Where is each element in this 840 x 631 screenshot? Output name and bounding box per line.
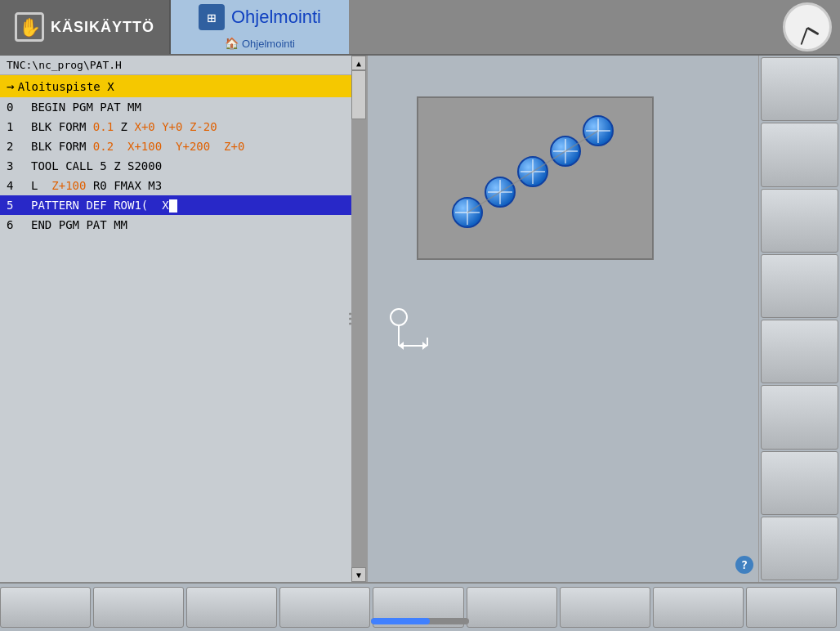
line-num-2: 2 (7, 140, 23, 153)
code-line-2: 2 BLK FORM 0.2 X+100 Y+200 Z+0 (0, 136, 366, 156)
right-panel: ? (368, 56, 840, 582)
clock (783, 2, 832, 51)
fn-key-6[interactable] (467, 587, 557, 628)
code-text-1: BLK FORM 0.1 Z X+0 Y+0 Z-20 (31, 120, 360, 133)
clock-area (775, 0, 840, 54)
fn-key-2[interactable] (93, 587, 184, 628)
progress-bar-fill (371, 618, 430, 624)
prompt-arrow: → (7, 78, 15, 94)
home-icon: 🏠 (225, 37, 239, 50)
code-area: 0 BEGIN PGM PAT MM 1 BLK FORM 0.1 Z X+0 … (0, 97, 366, 582)
fn-key-8[interactable] (653, 587, 744, 628)
code-text-6: END PGM PAT MM (31, 218, 360, 231)
sidebar-btn-6[interactable] (761, 385, 838, 449)
visualization-svg (418, 98, 655, 262)
mode-ohjelmointi[interactable]: ⊞ Ohjelmointi 🏠 Ohjelmointi (171, 0, 351, 54)
bottom-bar (0, 582, 840, 631)
code-line-0: 0 BEGIN PGM PAT MM (0, 97, 366, 117)
line-num-4: 4 (7, 179, 23, 192)
origin-svg (382, 289, 448, 354)
scroll-up-button[interactable]: ▲ (351, 56, 366, 70)
svg-line-15 (467, 131, 598, 213)
code-text-0: BEGIN PGM PAT MM (31, 101, 360, 114)
right-sidebar (758, 56, 840, 582)
manual-label: KÄSIKÄYTTÖ (51, 19, 154, 36)
fn-key-9[interactable] (746, 587, 837, 628)
fn-key-4[interactable] (279, 587, 370, 628)
clock-hour-hand (806, 27, 819, 36)
clock-minute-hand (801, 28, 808, 45)
canvas-area (417, 96, 654, 260)
code-text-5: PATTERN DEF ROW1( X (31, 199, 360, 213)
top-bar: ✋ KÄSIKÄYTTÖ ⊞ Ohjelmointi 🏠 Ohjelmointi (0, 0, 840, 56)
left-panel: TNC:\nc_prog\PAT.H → Aloituspiste X 0 BE… (0, 56, 368, 582)
code-line-3: 3 TOOL CALL 5 Z S2000 (0, 156, 366, 176)
code-line-6: 6 END PGM PAT MM (0, 215, 366, 235)
sidebar-btn-4[interactable] (761, 254, 838, 318)
code-line-4: 4 L Z+100 R0 FMAX M3 (0, 176, 366, 195)
scrollbar-thumb[interactable] (351, 70, 366, 119)
sidebar-btn-1[interactable] (761, 57, 838, 121)
scroll-down-button[interactable]: ▼ (351, 567, 366, 582)
ohjelmointi-sublabel: Ohjelmointi (242, 38, 295, 50)
mode-manual[interactable]: ✋ KÄSIKÄYTTÖ (0, 0, 171, 54)
line-num-5: 5 (7, 199, 23, 212)
code-text-2: BLK FORM 0.2 X+100 Y+200 Z+0 (31, 140, 360, 153)
line-num-6: 6 (7, 218, 23, 231)
sidebar-btn-3[interactable] (761, 189, 838, 253)
prompt-line: → Aloituspiste X (0, 75, 366, 97)
help-icon[interactable]: ? (735, 556, 753, 574)
svg-point-16 (391, 309, 407, 325)
ohjelmointi-icon: ⊞ (199, 4, 225, 30)
file-path: TNC:\nc_prog\PAT.H (0, 56, 366, 75)
manual-icon: ✋ (15, 12, 44, 42)
ohjelmointi-sub: 🏠 Ohjelmointi (225, 37, 295, 50)
code-text-4: L Z+100 R0 FMAX M3 (31, 179, 360, 192)
code-line-5: 5 PATTERN DEF ROW1( X (0, 195, 366, 215)
code-line-1: 1 BLK FORM 0.1 Z X+0 Y+0 Z-20 (0, 117, 366, 136)
line-num-3: 3 (7, 159, 23, 172)
scrollbar-track (351, 70, 366, 567)
scrollbar[interactable]: ▲ ▼ (351, 56, 366, 582)
ohjelmointi-label: Ohjelmointi (231, 7, 321, 28)
sidebar-btn-7[interactable] (761, 451, 838, 515)
line-num-1: 1 (7, 120, 23, 133)
progress-bar (371, 618, 469, 624)
fn-key-1[interactable] (0, 587, 91, 628)
prompt-text: Aloituspiste X (18, 80, 114, 93)
sidebar-btn-5[interactable] (761, 320, 838, 383)
fn-key-7[interactable] (560, 587, 650, 628)
sidebar-btn-2[interactable] (761, 123, 838, 186)
main-content: TNC:\nc_prog\PAT.H → Aloituspiste X 0 BE… (0, 56, 840, 582)
fn-key-3[interactable] (186, 587, 277, 628)
origin-indicator (382, 289, 448, 356)
sidebar-btn-8[interactable] (761, 517, 838, 580)
cursor (169, 199, 177, 213)
code-text-3: TOOL CALL 5 Z S2000 (31, 159, 360, 172)
divider (349, 313, 351, 325)
line-num-0: 0 (7, 101, 23, 114)
